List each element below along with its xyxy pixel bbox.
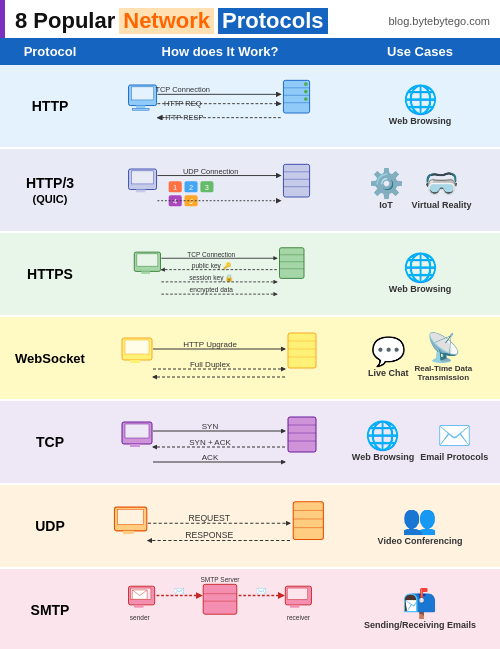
udp-usecase-item-video: 👥 Video Conferencing	[378, 506, 463, 546]
svg-rect-65	[125, 424, 149, 438]
svg-text:session key 🔒: session key 🔒	[189, 273, 234, 282]
http-diagram: TCP Connection HTTP REQ HTTP RESP	[100, 65, 340, 147]
svg-rect-39	[141, 271, 150, 274]
http3-name: HTTP/3 (QUIC)	[0, 149, 100, 231]
video-icon: 👥	[402, 506, 437, 534]
svg-text:SMTP Server: SMTP Server	[201, 576, 241, 583]
svg-text:3: 3	[205, 183, 209, 192]
svg-rect-93	[203, 584, 237, 614]
page-header: 8 Popular Network Protocols blog.bytebyt…	[0, 0, 500, 38]
svg-text:✉️: ✉️	[256, 586, 267, 597]
tcp-usecase-item-web: 🌐 Web Browsing	[352, 422, 414, 462]
svg-rect-54	[130, 360, 140, 363]
svg-rect-19	[136, 190, 145, 193]
svg-rect-38	[137, 254, 158, 266]
col-how: How does It Work?	[100, 38, 340, 65]
svg-rect-67	[288, 417, 316, 452]
globe-icon-tcp: 🌐	[365, 422, 400, 450]
https-usecase-item-webbrowsing: 🌐 Web Browsing	[389, 254, 451, 294]
svg-rect-20	[283, 164, 309, 197]
https-diagram: TCP Connection public key 🔑 session key …	[100, 233, 340, 315]
websocket-diagram: HTTP Upgrade Full Duplex	[100, 317, 340, 399]
svg-text:SYN + ACK: SYN + ACK	[189, 438, 231, 447]
col-usecases: Use Cases	[340, 38, 500, 65]
svg-text:REQUEST: REQUEST	[188, 513, 230, 523]
websocket-usecase-item-realtime: 📡 Real-Time DataTransmission	[414, 334, 472, 382]
http-usecase-item-webbrowsing: 🌐 Web Browsing	[389, 86, 451, 126]
svg-text:4: 4	[173, 197, 177, 206]
svg-text:J: J	[189, 197, 193, 206]
http-usecase-icons: 🌐 Web Browsing	[389, 86, 451, 126]
svg-rect-55	[288, 333, 316, 368]
websocket-usecase: 💬 Live Chat 📡 Real-Time DataTransmission	[340, 317, 500, 399]
tcp-diagram: SYN SYN + ACK ACK	[100, 401, 340, 483]
http3-usecase-icons: ⚙️ IoT 🥽 Virtual Reality	[369, 170, 472, 210]
blog-url: blog.bytebytego.com	[388, 15, 490, 27]
tcp-name: TCP	[0, 401, 100, 483]
svg-rect-53	[125, 340, 149, 354]
email-icon-tcp: ✉️	[437, 422, 472, 450]
svg-rect-66	[130, 444, 140, 447]
svg-rect-80	[293, 502, 323, 540]
websocket-usecase-item-chat: 💬 Live Chat	[368, 338, 409, 378]
svg-rect-18	[131, 171, 153, 184]
svg-rect-1	[131, 87, 153, 100]
svg-text:SYN: SYN	[202, 422, 219, 431]
vr-icon: 🥽	[424, 170, 459, 198]
svg-text:1: 1	[173, 183, 177, 192]
svg-rect-40	[280, 248, 305, 279]
http3-usecase-item-iot: ⚙️ IoT	[369, 170, 404, 210]
smtp-usecase-item-email: 📬 Sending/Receiving Emails	[364, 590, 476, 630]
tcp-usecase: 🌐 Web Browsing ✉️ Email Protocols	[340, 401, 500, 483]
udp-name: UDP	[0, 485, 100, 567]
svg-point-9	[304, 90, 308, 94]
header-network: Network	[119, 8, 214, 34]
http-name: HTTP	[0, 65, 100, 147]
globe-icon: 🌐	[403, 86, 438, 114]
tcp-usecase-icons: 🌐 Web Browsing ✉️ Email Protocols	[352, 422, 488, 462]
svg-rect-91	[134, 605, 143, 608]
row-smtp: SMTP sender SMTP Server receiver ✉️	[0, 569, 500, 649]
col-protocol: Protocol	[0, 38, 100, 65]
tcp-usecase-item-email: ✉️ Email Protocols	[420, 422, 488, 462]
http3-usecase: ⚙️ IoT 🥽 Virtual Reality	[340, 149, 500, 231]
svg-point-8	[304, 82, 308, 86]
column-headers: Protocol How does It Work? Use Cases	[0, 38, 500, 65]
svg-text:Full Duplex: Full Duplex	[190, 360, 230, 369]
svg-text:TCP Connection: TCP Connection	[187, 251, 235, 258]
svg-text:RESPONSE: RESPONSE	[185, 530, 233, 540]
svg-rect-99	[290, 605, 299, 608]
http-usecase: 🌐 Web Browsing	[340, 65, 500, 147]
svg-rect-79	[123, 531, 134, 534]
svg-text:encrypted data: encrypted data	[190, 286, 234, 294]
svg-text:HTTP Upgrade: HTTP Upgrade	[183, 340, 237, 349]
smtp-name: SMTP	[0, 569, 100, 649]
svg-rect-3	[132, 108, 149, 110]
websocket-name: WebSocket	[0, 317, 100, 399]
smtp-diagram: sender SMTP Server receiver ✉️ ✉️	[100, 569, 340, 649]
svg-point-10	[304, 97, 308, 101]
row-udp: UDP REQUEST RESPONSE 👥 Video Conferencin…	[0, 485, 500, 569]
svg-text:ACK: ACK	[202, 453, 219, 462]
smtp-usecase: 📬 Sending/Receiving Emails	[340, 569, 500, 649]
udp-diagram: REQUEST RESPONSE	[100, 485, 340, 567]
https-usecase: 🌐 Web Browsing	[340, 233, 500, 315]
svg-text:UDP Connection: UDP Connection	[183, 167, 238, 176]
http3-usecase-item-vr: 🥽 Virtual Reality	[412, 170, 472, 210]
header-protocols: Protocols	[218, 8, 327, 34]
row-http3: HTTP/3 (QUIC) UDP Connection 1 2 3 4 J	[0, 149, 500, 233]
chat-icon: 💬	[371, 338, 406, 366]
svg-text:sender: sender	[130, 614, 151, 621]
row-https: HTTPS TCP Connection public key 🔑 sessio…	[0, 233, 500, 317]
https-name: HTTPS	[0, 233, 100, 315]
http3-diagram: UDP Connection 1 2 3 4 J	[100, 149, 340, 231]
svg-text:receiver: receiver	[287, 614, 311, 621]
svg-text:✉️: ✉️	[174, 586, 185, 597]
svg-rect-2	[136, 106, 145, 109]
svg-text:2: 2	[189, 183, 193, 192]
row-tcp: TCP SYN SYN + ACK ACK 🌐 Web Brow	[0, 401, 500, 485]
realtime-icon: 📡	[426, 334, 461, 362]
header-prefix: 8 Popular	[15, 8, 115, 34]
globe-icon-https: 🌐	[403, 254, 438, 282]
svg-text:public key 🔑: public key 🔑	[192, 261, 232, 270]
